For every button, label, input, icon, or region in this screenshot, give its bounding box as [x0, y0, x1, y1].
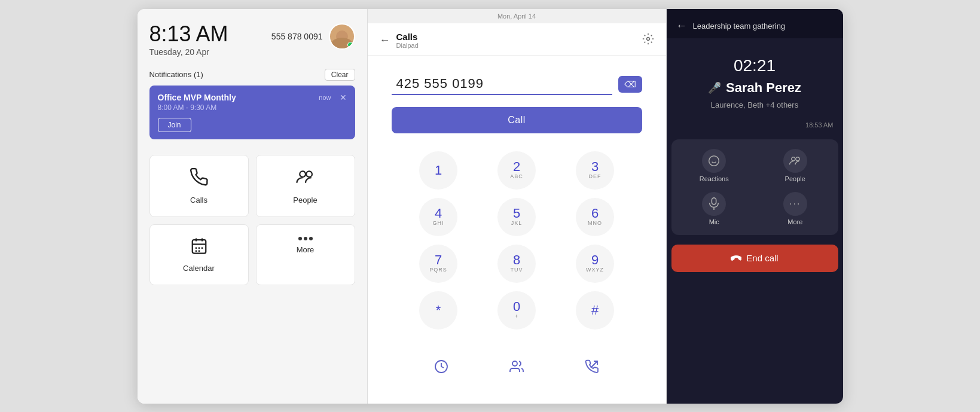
- dial-num-2: 2: [513, 160, 520, 173]
- dial-action-row: [368, 341, 666, 398]
- notif-time: now: [319, 94, 331, 101]
- dial-num-1: 1: [435, 164, 442, 177]
- dial-num-star: *: [436, 304, 441, 317]
- reactions-label: Reactions: [700, 175, 729, 182]
- dial-key-star[interactable]: *: [419, 291, 457, 329]
- home-panel: 8:13 AM Tuesday, 20 Apr 555 878 0091 Not…: [138, 9, 368, 404]
- more-icon: [298, 237, 313, 240]
- svg-rect-10: [198, 250, 200, 252]
- dial-num-7: 7: [435, 254, 442, 267]
- header-right: 555 878 0091: [271, 23, 355, 50]
- svg-point-13: [512, 361, 517, 366]
- nav-item-calendar[interactable]: Calendar: [149, 224, 249, 285]
- dialpad-subtitle: Dialpad: [396, 42, 419, 49]
- notif-top-row: Office MVP Monthly now ✕: [158, 93, 347, 102]
- reactions-icon: [702, 149, 726, 173]
- dialpad-title: Calls: [396, 32, 419, 42]
- call-button[interactable]: Call: [392, 107, 642, 133]
- dial-num-6: 6: [591, 207, 599, 220]
- calls-label: Calls: [190, 196, 207, 205]
- dial-letters-6: MNO: [588, 220, 602, 227]
- delete-button[interactable]: ⌫: [618, 76, 642, 93]
- svg-rect-19: [712, 197, 716, 204]
- dial-key-1[interactable]: 1: [419, 151, 457, 190]
- call-panel: ← Leadership team gathering 02:21 🎤 Sara…: [667, 9, 843, 404]
- dialpad-panel: Mon, April 14 ← Calls Dialpad ⌫ Call: [368, 9, 667, 404]
- people-icon: [295, 167, 316, 191]
- call-caller-name: 🎤 Sarah Perez: [667, 80, 843, 96]
- dial-key-8[interactable]: 8 TUV: [497, 245, 536, 283]
- dial-key-3[interactable]: 3 DEF: [576, 151, 614, 190]
- call-back-arrow-icon[interactable]: ←: [676, 20, 687, 32]
- dial-key-5[interactable]: 5 JKL: [497, 198, 536, 236]
- call-participants: Laurence, Beth +4 others: [667, 100, 843, 109]
- dial-key-7[interactable]: 7 PQRS: [419, 245, 457, 283]
- people-call-label: People: [785, 175, 805, 182]
- svg-point-11: [646, 37, 649, 40]
- more-call-icon: ···: [783, 192, 807, 216]
- dialpad-date-bar: Mon, April 14: [368, 9, 666, 23]
- dial-letters-5: JKL: [511, 220, 523, 227]
- dial-key-0[interactable]: 0 +: [497, 291, 536, 329]
- call-meeting-title: Leadership team gathering: [693, 22, 786, 30]
- svg-rect-9: [195, 250, 197, 252]
- svg-point-1: [306, 171, 312, 177]
- svg-rect-7: [198, 247, 200, 249]
- join-button[interactable]: Join: [158, 118, 191, 132]
- current-time: 8:13 AM: [149, 23, 228, 45]
- svg-rect-6: [195, 247, 197, 249]
- call-control-mic[interactable]: Mic: [679, 192, 750, 225]
- svg-point-0: [300, 171, 306, 177]
- nav-item-people[interactable]: People: [256, 155, 355, 217]
- notifications-title: Notifications (1): [149, 70, 203, 79]
- notif-subtitle: 8:00 AM - 9:30 AM: [158, 103, 347, 112]
- calendar-icon: [190, 237, 208, 259]
- back-arrow-icon[interactable]: ←: [380, 34, 390, 47]
- svg-point-18: [796, 157, 799, 160]
- call-control-more[interactable]: ··· More: [759, 192, 831, 225]
- dial-key-4[interactable]: 4 GHI: [419, 198, 457, 236]
- dialpad-grid: 1 2 ABC 3 DEF 4 GHI 5 JKL 6 MNO: [368, 145, 666, 341]
- dial-key-hash[interactable]: #: [576, 291, 614, 329]
- mic-call-label: Mic: [709, 218, 719, 225]
- dial-key-9[interactable]: 9 WXYZ: [576, 245, 614, 283]
- nav-item-calls[interactable]: Calls: [149, 155, 249, 217]
- clear-button[interactable]: Clear: [325, 69, 355, 81]
- dial-num-5: 5: [513, 207, 520, 220]
- notifications-section: Notifications (1) Clear Office MVP Month…: [149, 69, 355, 139]
- call-timestamp: 18:53 AM: [667, 121, 843, 129]
- call-control-people[interactable]: People: [759, 149, 831, 182]
- phone-input[interactable]: [392, 74, 612, 95]
- voicemail-action-btn[interactable]: [573, 347, 611, 386]
- notif-meta: now ✕: [319, 93, 346, 102]
- notif-close-icon[interactable]: ✕: [340, 93, 347, 102]
- svg-point-14: [709, 155, 719, 166]
- people-label: People: [293, 196, 317, 205]
- current-date: Tuesday, 20 Apr: [149, 47, 228, 57]
- call-timer: 02:21: [667, 56, 843, 75]
- dial-letters-0: +: [515, 313, 518, 320]
- history-action-btn[interactable]: [422, 347, 460, 386]
- calendar-label: Calendar: [183, 264, 215, 273]
- nav-item-more[interactable]: More: [256, 224, 355, 285]
- end-call-label: End call: [746, 253, 778, 263]
- dial-num-8: 8: [513, 254, 520, 267]
- home-header: 8:13 AM Tuesday, 20 Apr 555 878 0091: [149, 23, 355, 57]
- notifications-header: Notifications (1) Clear: [149, 69, 355, 81]
- dial-key-2[interactable]: 2 ABC: [497, 151, 536, 190]
- more-call-label: More: [787, 218, 802, 225]
- avatar[interactable]: [329, 23, 355, 50]
- settings-icon[interactable]: [642, 33, 654, 48]
- contacts-action-btn[interactable]: [497, 347, 536, 386]
- online-status-dot: [347, 42, 353, 48]
- people-call-icon: [783, 149, 807, 173]
- end-call-button[interactable]: End call: [671, 245, 838, 272]
- dial-num-hash: #: [591, 304, 599, 317]
- dial-letters-8: TUV: [511, 267, 523, 273]
- notification-card: Office MVP Monthly now ✕ 8:00 AM - 9:30 …: [149, 86, 355, 139]
- caller-mic-icon: 🎤: [708, 81, 721, 94]
- phone-number: 555 878 0091: [271, 32, 323, 41]
- dial-num-3: 3: [591, 160, 599, 173]
- dial-key-6[interactable]: 6 MNO: [576, 198, 614, 236]
- call-control-reactions[interactable]: Reactions: [679, 149, 750, 182]
